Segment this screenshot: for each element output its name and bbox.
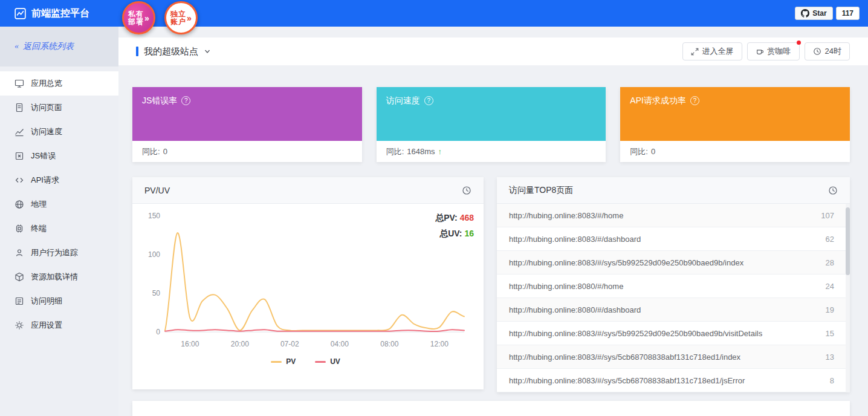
stat-cards-row: JS错误率 ? 同比: 0 访问速度 ? 同比: 1648ms ↑ [132,87,850,162]
table-row: http://hubing.online:8083/#/home 107 [497,204,850,227]
double-arrow-icon: » [187,13,192,23]
sidebar-item-label: API请求 [31,175,59,186]
compare-value: 0 [651,147,655,156]
page-url[interactable]: http://hubing.online:8083/#/sys/5cb68708… [509,376,745,385]
line-chart-logo-icon [15,8,26,19]
sidebar-item-js-errors[interactable]: JS错误 [0,144,118,168]
trend-up-icon: ↑ [438,147,442,156]
header-actions: 进入全屏 赏咖啡 24时 [682,42,850,60]
notification-dot [797,41,801,45]
site-title: 我的超级站点 [144,46,198,57]
back-to-system-list[interactable]: « 返回系统列表 [0,27,118,67]
table-row: http://hubing.online:8083/#/sys/5b992529… [497,322,850,345]
api-code-icon [15,175,24,185]
page-url[interactable]: http://hubing.online:8083/#/sys/5b992529… [509,258,743,267]
site-selector[interactable]: 我的超级站点 [136,46,211,57]
total-pv-value: 468 [460,213,474,223]
top8-rows: http://hubing.online:8083/#/home 107 htt… [497,204,850,392]
page-icon [15,103,24,112]
sidebar-item-visit-speed[interactable]: 访问速度 [0,120,118,144]
github-star-count[interactable]: 117 [836,7,860,20]
sidebar-item-resource-loading[interactable]: 资源加载详情 [0,265,118,289]
github-icon [801,9,809,18]
time-range-button[interactable]: 24时 [805,42,850,60]
sidebar-item-label: 资源加载详情 [31,271,78,282]
donate-coffee-button-label: 赏咖啡 [768,46,791,57]
next-card-partial [132,401,850,416]
scrollbar-track[interactable] [846,204,850,392]
table-row: http://hubing.online:8083/#/sys/5b992529… [497,251,850,275]
js-error-rate-compare: 同比: 0 [132,141,362,162]
page-url[interactable]: http://hubing.online:8080/#/dashboard [509,305,641,314]
help-icon[interactable]: ? [424,96,433,105]
monitor-icon [15,79,24,88]
top8-pages-card: 访问量TOP8页面 http://hubing.online:8083/#/ho… [497,177,850,392]
clock-icon[interactable] [828,186,838,195]
pvuv-chart-area: 总PV: 468 总UV: 16 05010015016:0020:0007-0… [132,204,484,366]
scrollbar-thumb[interactable] [846,207,850,275]
total-uv-value: 16 [464,229,474,238]
user-track-icon [15,248,24,258]
help-icon[interactable]: ? [181,96,190,105]
page-url[interactable]: http://hubing.online:8083/#/sys/5b992529… [509,329,762,338]
sidebar-item-app-settings[interactable]: 应用设置 [0,313,118,337]
main-area: 我的超级站点 进入全屏 赏咖啡 24时 JS错误率 [118,27,868,416]
sidebar-item-geography[interactable]: 地理 [0,192,118,216]
page-url[interactable]: http://hubing.online:8083/#/home [509,211,623,220]
legend-item-uv[interactable]: UV [315,357,340,366]
time-range-button-label: 24时 [825,46,841,57]
pvuv-card-header: PV/UV [132,177,484,204]
visit-detail-icon [15,296,24,306]
svg-text:0: 0 [156,328,160,336]
sidebar-item-label: JS错误 [31,151,56,161]
page-url[interactable]: http://hubing.online:8080/#/home [509,282,623,291]
github-star-button[interactable]: Star [795,7,832,20]
title-accent-bar [136,47,138,56]
clock-icon[interactable] [462,186,471,195]
table-row: http://hubing.online:8083/#/sys/5cb68708… [497,345,850,369]
back-arrows-icon: « [15,42,19,51]
help-icon[interactable]: ? [690,96,699,105]
sidebar-item-label: 访问速度 [31,126,62,137]
app-title: 前端监控平台 [31,7,89,20]
pvuv-card: PV/UV 总PV: 468 总UV: 16 05010015016:0020:… [132,177,484,389]
compare-label: 同比: [142,146,160,157]
chevron-down-icon [204,48,211,55]
page-count: 8 [830,376,834,385]
page-count: 19 [826,305,834,314]
independent-account-badge[interactable]: 独立账户 » [164,1,198,34]
compare-label: 同比: [386,146,404,157]
svg-text:100: 100 [148,250,160,259]
donate-coffee-button[interactable]: 赏咖啡 [747,42,800,60]
page-header: 我的超级站点 进入全屏 赏咖啡 24时 [118,37,868,65]
legend-item-pv[interactable]: PV [271,357,296,366]
card-title: 访问速度 [386,96,420,106]
svg-text:07-02: 07-02 [280,340,299,348]
card-title: JS错误率 [142,96,177,106]
sidebar-item-label: 用户行为追踪 [31,247,78,258]
sidebar-item-visit-pages[interactable]: 访问页面 [0,96,118,120]
total-pv-label: 总PV: [435,213,458,223]
fullscreen-button[interactable]: 进入全屏 [682,42,742,60]
api-success-rate-card-header: API请求成功率 ? [620,87,850,141]
sidebar-item-api-requests[interactable]: API请求 [0,168,118,192]
page-url[interactable]: http://hubing.online:8083/#/sys/5cb68708… [509,353,740,362]
table-row: http://hubing.online:8080/#/home 24 [497,275,850,298]
sidebar-item-label: 应用设置 [31,320,62,331]
top8-title: 访问量TOP8页面 [509,185,573,196]
sidebar-item-label: 终端 [31,223,47,234]
github-star-widget: Star 117 [795,7,860,20]
sidebar-item-user-behavior[interactable]: 用户行为追踪 [0,241,118,265]
private-deploy-badge[interactable]: 私有部署 » [122,1,155,34]
sidebar-item-visit-details[interactable]: 访问明细 [0,289,118,313]
sidebar-item-terminals[interactable]: 终端 [0,216,118,241]
js-error-rate-card: JS错误率 ? 同比: 0 [132,87,362,162]
sidebar-item-label: 访问明细 [31,296,62,307]
visit-speed-card-header: 访问速度 ? [377,87,606,141]
clock-icon [813,47,821,56]
sidebar-item-app-overview[interactable]: 应用总览 [0,71,118,96]
page-url[interactable]: http://hubing.online:8083/#/dashboard [509,235,641,244]
pvuv-title: PV/UV [144,186,170,195]
settings-gear-icon [15,320,24,330]
compare-value: 0 [163,147,167,156]
